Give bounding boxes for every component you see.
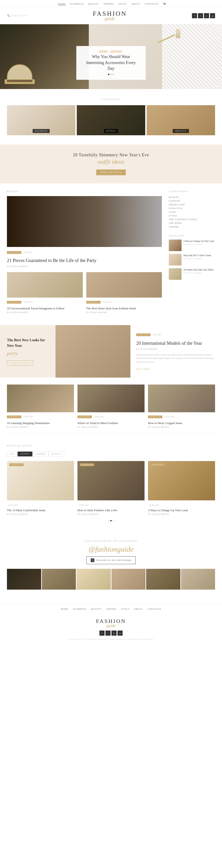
promo-button[interactable]: SHOP THE STYLE bbox=[96, 169, 126, 175]
popular-jeans-title: The 14 Most Comfortable Jeans bbox=[7, 508, 74, 513]
nav-beauty[interactable]: BEAUTY bbox=[89, 3, 99, 5]
nav-elements[interactable]: ELEMENTS bbox=[70, 3, 84, 5]
hero-dot-2[interactable] bbox=[110, 74, 112, 75]
article-streetstyle-image bbox=[86, 272, 162, 298]
facebook-button[interactable]: f bbox=[192, 13, 197, 18]
article-mensfashion[interactable]: LIFESTYLE 23 JUL 2017 What's in Trend in… bbox=[77, 384, 145, 428]
article-shopping[interactable]: LIFESTYLE 23 JUL 2017 10 Amazing Shoppin… bbox=[7, 384, 74, 428]
category-beauty[interactable]: #BEAUTY bbox=[147, 105, 215, 135]
nav-home[interactable]: HOME bbox=[58, 3, 66, 5]
footer-nav-home[interactable]: HOME bbox=[61, 608, 68, 610]
sidebar-featured-3-author: BY JESSICA BROWN bbox=[183, 272, 215, 274]
footer-nav-trends[interactable]: TRENDS bbox=[106, 608, 117, 610]
category-fashion[interactable]: #FASHION bbox=[7, 105, 75, 135]
popular-posts-section: POPULAR POSTS ALL OUTFIT FASHION BEAUTY … bbox=[0, 438, 222, 531]
nav-trends[interactable]: TRENDS bbox=[104, 3, 114, 5]
three-col-section: LIFESTYLE 23 JUL 2017 10 Amazing Shoppin… bbox=[0, 384, 222, 428]
sidebar-cat-trends[interactable]: TRENDS bbox=[169, 225, 215, 229]
tab-fashion[interactable]: FASHION bbox=[32, 452, 49, 457]
article-shopping-tag: LIFESTYLE bbox=[7, 415, 21, 418]
sidebar-cat-freshlook[interactable]: FRESH LOOK bbox=[169, 203, 215, 207]
popular-item-changeup[interactable]: LIFESTYLE 23 JUL 2017 3 Ways to Change U… bbox=[148, 461, 215, 516]
instagram-photo-2[interactable] bbox=[42, 569, 76, 590]
instagram-photo-6[interactable] bbox=[181, 569, 215, 590]
pinterest-button[interactable]: p bbox=[204, 13, 209, 18]
popular-item-fishnets[interactable]: LIFESTYLE 23 JUL 2017 How to Style Fishn… bbox=[77, 461, 145, 516]
site-footer: FASHION guide f t p g COPYRIGHT © 2017 F… bbox=[0, 613, 222, 644]
tab-outfit[interactable]: OUTFIT bbox=[18, 452, 32, 457]
footer-facebook-button[interactable]: f bbox=[99, 630, 104, 636]
article-croppedjeans[interactable]: LIFESTYLE 23 JUL 2017 How to Wear Croppe… bbox=[148, 384, 215, 428]
popular-jeans-tag: LIFESTYLE bbox=[9, 463, 24, 466]
nav-style[interactable]: STYLE bbox=[118, 3, 127, 5]
footer-google-button[interactable]: g bbox=[118, 630, 123, 636]
footer-nav-about[interactable]: ABOUT bbox=[134, 608, 143, 610]
feature-article-content[interactable]: LIFESTYLE JULY 2017 20 International Mod… bbox=[130, 325, 222, 378]
feature-article-title: 20 International Models of the Year bbox=[136, 340, 216, 346]
sidebar-featured-2-title: Shop Fall 2017's Silver Trend bbox=[183, 254, 215, 257]
google-button[interactable]: g bbox=[210, 13, 215, 18]
hero-image-left bbox=[0, 24, 89, 89]
popular-changeup-author: BY JESSICA BROWN bbox=[148, 513, 215, 516]
hero-dot-3[interactable] bbox=[113, 74, 114, 75]
article-streetstyle-author: BY JESSICA BROWN bbox=[86, 311, 162, 313]
feature-article-right: LIFESTYLE JULY 2017 20 International Mod… bbox=[56, 325, 222, 378]
featured-article[interactable]: LIFESTYLE JULY 2017 21 Pieces Guaranteed… bbox=[7, 196, 162, 268]
sidebar-featured-label: FEATURED bbox=[169, 235, 215, 237]
footer-twitter-button[interactable]: t bbox=[105, 630, 110, 636]
tab-beauty[interactable]: BEAUTY bbox=[49, 452, 64, 457]
sidebar-cat-mind[interactable]: THE MIND bbox=[169, 221, 215, 225]
article-shopping-author: BY JESSICA BROWN bbox=[7, 426, 74, 428]
article-travel[interactable]: LIFESTYLE 23 JUL 2017 18 Unconventional … bbox=[7, 272, 83, 313]
page-dot-3[interactable] bbox=[113, 520, 114, 521]
sidebar-cat-style[interactable]: STYLE bbox=[169, 214, 215, 218]
sidebar-featured-3[interactable]: 20 Outfits That Take Zero Effort BY JESS… bbox=[169, 268, 215, 280]
popular-changeup-tag: LIFESTYLE bbox=[150, 463, 165, 466]
page-dot-1[interactable] bbox=[108, 520, 109, 521]
footer-nav-style[interactable]: STYLE bbox=[121, 608, 129, 610]
instagram-photo-5[interactable] bbox=[146, 569, 180, 590]
feature-read-more[interactable]: READ MORE bbox=[136, 368, 150, 370]
article-mensfashion-tag: LIFESTYLE bbox=[77, 415, 92, 418]
popular-item-jeans[interactable]: LIFESTYLE 23 JUL 2017 The 14 Most Comfor… bbox=[7, 461, 74, 516]
hero-dot-1[interactable] bbox=[108, 74, 109, 75]
cart-icon[interactable]: 🛍 bbox=[163, 2, 166, 5]
search-area[interactable]: 🔍 FIND A POST bbox=[7, 14, 28, 17]
sidebar-cat-curatedcloset[interactable]: THE CURATED CLOSET bbox=[169, 218, 215, 221]
footer-pinterest-button[interactable]: p bbox=[112, 630, 117, 636]
site-logo[interactable]: FASHION guide bbox=[28, 10, 192, 21]
category-style[interactable]: #STYLE bbox=[77, 105, 145, 135]
featured-article-tag: LIFESTYLE bbox=[7, 251, 21, 254]
hero-badge-home: HOME bbox=[99, 50, 108, 53]
featured-article-image bbox=[7, 196, 162, 247]
category-style-tag: #STYLE bbox=[104, 129, 118, 133]
instagram-photo-3[interactable] bbox=[76, 569, 111, 590]
categories-section: CATEGORIES #FASHION #STYLE #BEAUTY bbox=[0, 89, 222, 145]
sidebar-featured-2[interactable]: Shop Fall 2017's Silver Trend BY JESSICA… bbox=[169, 254, 215, 266]
footer-navigation: HOME ELEMENTS BEAUTY TRENDS STYLE ABOUT … bbox=[0, 603, 222, 613]
popular-fishnets-author: BY JESSICA BROWN bbox=[77, 513, 145, 516]
article-mensfashion-title: What's in Trend in Men's Fashion bbox=[77, 421, 145, 425]
nav-about[interactable]: ABOUT bbox=[131, 3, 140, 5]
tab-all[interactable]: ALL bbox=[7, 452, 18, 457]
sidebar-cat-fashion[interactable]: FASHION bbox=[169, 199, 215, 203]
nav-contacts[interactable]: CONTACTS bbox=[145, 3, 158, 5]
footer-nav-beauty[interactable]: BEAUTY bbox=[91, 608, 102, 610]
instagram-photo-1[interactable] bbox=[7, 569, 41, 590]
footer-nav-contacts[interactable]: CONTACTS bbox=[148, 608, 161, 610]
sidebar-cat-beauty[interactable]: BEAUTY bbox=[169, 195, 215, 199]
category-fashion-tag: #FASHION bbox=[33, 129, 50, 133]
article-travel-date: 23 JUL 2017 bbox=[24, 301, 33, 303]
twitter-button[interactable]: t bbox=[198, 13, 203, 18]
instagram-follow-button[interactable]: 📷 FOLLOW US ON INSTAGRAM bbox=[86, 556, 136, 564]
article-streetstyle[interactable]: LIFESTYLE 23 JUL 2017 The Best Street St… bbox=[86, 272, 162, 313]
instagram-photo-4[interactable] bbox=[112, 569, 146, 590]
sidebar-cat-look[interactable]: LOOK bbox=[169, 210, 215, 214]
feature-promo-button[interactable]: SHOP THE STYLE bbox=[7, 361, 33, 366]
sidebar-featured-1[interactable]: 5 Ways to Change Up Your Look BY JESSICA… bbox=[169, 240, 215, 251]
popular-fishnets-date: 23 JUL 2017 bbox=[79, 504, 88, 506]
sidebar-cat-lifestyle[interactable]: LIFESTYLE bbox=[169, 207, 215, 210]
page-dot-2[interactable] bbox=[110, 520, 112, 521]
popular-jeans-date: 23 JUL 2017 bbox=[8, 504, 18, 506]
footer-nav-elements[interactable]: ELEMENTS bbox=[73, 608, 87, 610]
